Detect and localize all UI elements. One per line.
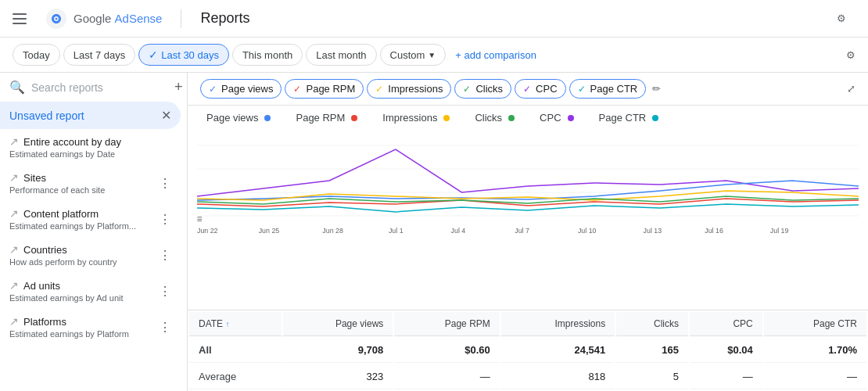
legend-clicks: Clicks [475,112,515,124]
svg-text:Jul 16: Jul 16 [705,227,723,235]
sidebar-item-platforms[interactable]: ↗ Platforms Estimated earnings by Platfo… [0,309,181,345]
sidebar: 🔍 + Unsaved report ✕ ↗ Entire account by… [0,73,188,391]
logo-text: Google AdSense [74,12,162,25]
page-title: Reports [200,10,249,27]
unsaved-report-item[interactable]: Unsaved report ✕ [0,102,181,129]
hamburger-menu[interactable] [13,13,27,24]
dot-impressions [443,115,450,121]
last7days-button[interactable]: Last 7 days [63,44,136,66]
content-platform-menu-icon[interactable]: ⋮ [159,212,171,227]
row-avg-impressions: 818 [501,364,615,389]
col-impressions[interactable]: Impressions [501,312,615,336]
table-header-row: DATE ↑ Page views Page RPM Impressions C… [189,312,866,336]
col-pageviews[interactable]: Page views [283,312,393,336]
legend-impressions: Impressions [382,112,450,124]
svg-point-1 [56,17,58,20]
chart-area: Jun 22 Jun 25 Jun 28 Jul 1 Jul 4 Jul 7 J… [188,130,868,310]
sidebar-item-sites[interactable]: ↗ Sites Performance of each site ⋮ [0,165,181,201]
row-all-impressions: 24,541 [501,338,615,363]
dot-pageviews [264,115,271,121]
svg-text:Jun 28: Jun 28 [322,227,343,235]
last30days-button[interactable]: ✓ Last 30 days [138,44,229,66]
dot-pagectr [652,115,658,121]
legend-pagerpm: Page RPM [296,112,357,124]
table-row: All 9,708 $0.60 24,541 165 $0.04 1.70% [189,338,866,363]
close-report-icon[interactable]: ✕ [161,108,171,123]
unsaved-report-label: Unsaved report [9,109,84,122]
platforms-menu-icon[interactable]: ⋮ [159,320,171,335]
settings-button[interactable]: ⚙ [827,5,855,33]
legend-pageviews: Page views [206,112,271,124]
dot-clicks [508,115,515,121]
chart-legend: Page views Page RPM Impressions Clicks C… [188,106,868,130]
tab-impressions[interactable]: ✓ Impressions [367,79,451,99]
top-bar: Google AdSense Reports ⚙ [0,0,868,38]
ad-units-menu-icon[interactable]: ⋮ [159,284,171,299]
thismonth-button[interactable]: This month [232,44,303,66]
dot-cpc [568,115,574,121]
data-table: DATE ↑ Page views Page RPM Impressions C… [188,310,868,391]
content-area: ✓ Page views ✓ Page RPM ✓ Impressions ✓ … [188,73,868,391]
check-pagerpm: ✓ [293,84,301,95]
tab-pagectr[interactable]: ✓ Page CTR [569,79,647,99]
logo-area: Google AdSense Reports [13,8,249,30]
row-avg-pageviews: 323 [283,364,393,389]
row-all-date: All [189,338,282,363]
check-pageviews: ✓ [209,84,217,95]
row-all-cpc: $0.04 [690,338,762,363]
row-all-pagectr: 1.70% [764,338,866,363]
check-impressions: ✓ [375,84,383,95]
search-input[interactable] [31,81,168,94]
svg-text:≡: ≡ [197,213,203,224]
header-divider [181,9,181,28]
lastmonth-button[interactable]: Last month [306,44,376,66]
main-layout: 🔍 + Unsaved report ✕ ↗ Entire account by… [0,73,868,391]
svg-text:Jul 7: Jul 7 [515,227,529,235]
report-icon-platforms: ↗ [9,315,19,328]
sidebar-item-entire-account[interactable]: ↗ Entire account by day Estimated earnin… [0,129,181,165]
report-icon-ad-units: ↗ [9,279,19,292]
top-bar-right: ⚙ [827,5,855,33]
row-all-pageviews: 9,708 [283,338,393,363]
add-comparison-button[interactable]: + add comparison [449,49,543,61]
row-avg-pagectr: — [764,364,866,389]
expand-chart-icon[interactable]: ⤢ [847,83,855,95]
line-chart: Jun 22 Jun 25 Jun 28 Jul 1 Jul 4 Jul 7 J… [197,130,859,239]
col-pagerpm[interactable]: Page RPM [394,312,499,336]
search-icon: 🔍 [9,80,25,95]
row-avg-pagerpm: — [394,364,499,389]
sidebar-item-content-platform[interactable]: ↗ Content platform Estimated earnings by… [0,201,181,237]
row-all-pagerpm: $0.60 [394,338,499,363]
row-avg-date: Average [189,364,282,389]
col-date[interactable]: DATE ↑ [189,312,282,336]
tab-clicks[interactable]: ✓ Clicks [454,79,511,99]
custom-button[interactable]: Custom ▼ [380,44,447,66]
col-pagectr[interactable]: Page CTR [764,312,866,336]
tab-pageviews[interactable]: ✓ Page views [200,79,282,99]
dot-pagerpm [351,115,357,121]
legend-cpc: CPC [540,112,573,124]
report-icon-sites: ↗ [9,171,19,184]
check-pagectr: ✓ [578,84,586,95]
svg-text:Jun 25: Jun 25 [259,227,280,235]
tab-cpc[interactable]: ✓ CPC [515,79,565,99]
metric-tabs: ✓ Page views ✓ Page RPM ✓ Impressions ✓ … [188,73,868,106]
col-clicks[interactable]: Clicks [616,312,688,336]
svg-text:Jul 10: Jul 10 [578,227,597,235]
sidebar-item-countries[interactable]: ↗ Countries How ads perform by country ⋮ [0,237,181,273]
row-all-clicks: 165 [616,338,688,363]
add-report-icon[interactable]: + [174,79,183,95]
today-button[interactable]: Today [13,44,60,66]
countries-menu-icon[interactable]: ⋮ [159,248,171,263]
sites-menu-icon[interactable]: ⋮ [159,176,171,191]
legend-pagectr: Page CTR [599,112,659,124]
svg-text:Jul 13: Jul 13 [644,227,662,235]
svg-text:Jun 22: Jun 22 [197,227,218,235]
edit-metrics-icon[interactable]: ✏ [652,83,661,95]
col-cpc[interactable]: CPC [690,312,762,336]
date-bar-settings[interactable]: ⚙ [846,49,855,61]
report-icon-content-platform: ↗ [9,207,19,220]
svg-text:Jul 4: Jul 4 [451,227,466,235]
tab-pagerpm[interactable]: ✓ Page RPM [285,79,364,99]
sidebar-item-ad-units[interactable]: ↗ Ad units Estimated earnings by Ad unit… [0,273,181,309]
